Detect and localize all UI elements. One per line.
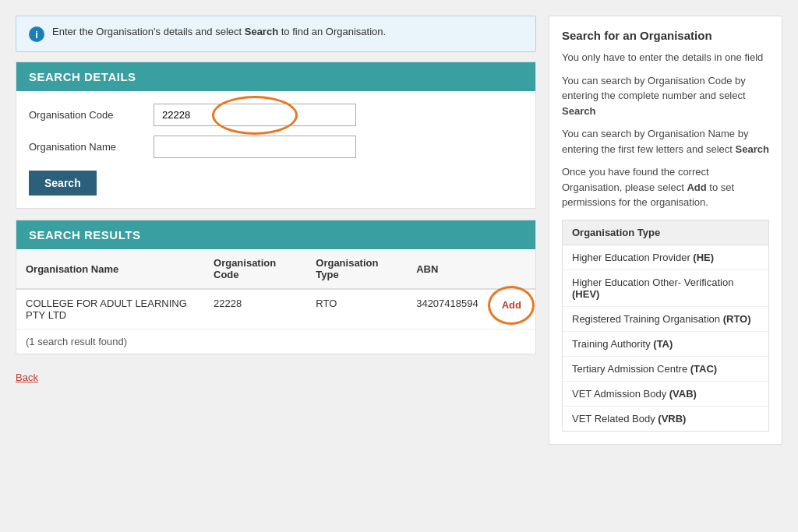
add-button[interactable]: Add <box>497 298 526 312</box>
info-banner: i Enter the Organisation's details and s… <box>16 16 536 52</box>
org-type-list: Organisation Type Higher Education Provi… <box>562 220 769 432</box>
side-panel-title: Search for an Organisation <box>562 29 769 42</box>
cell-org-type: RTO <box>306 289 407 329</box>
cell-org-name: COLLEGE FOR ADULT LEARNING PTY LTD <box>16 289 204 329</box>
search-count-text: (1 search result found) <box>16 329 535 354</box>
table-row: COLLEGE FOR ADULT LEARNING PTY LTD 22228… <box>16 289 535 329</box>
col-org-code: Organisation Code <box>204 249 306 289</box>
search-details-section: SEARCH DETAILS Organisation Code Organis… <box>16 62 536 209</box>
search-results-header: SEARCH RESULTS <box>16 220 535 249</box>
org-type-item: Tertiary Admission Centre (TAC) <box>563 357 768 382</box>
org-type-item: VET Related Body (VRB) <box>563 407 768 431</box>
info-icon: i <box>29 26 44 42</box>
add-btn-wrapper: Add <box>497 298 526 312</box>
side-para-1: You only have to enter the details in on… <box>562 50 769 65</box>
cell-add: Add <box>488 289 535 329</box>
org-name-input[interactable] <box>154 136 356 158</box>
info-banner-text: Enter the Organisation's details and sel… <box>52 26 386 37</box>
main-panel: i Enter the Organisation's details and s… <box>16 16 536 445</box>
org-type-item: Higher Education Other- Verification (HE… <box>563 270 768 307</box>
search-button[interactable]: Search <box>29 171 97 196</box>
col-abn: ABN <box>407 249 488 289</box>
results-table: Organisation Name Organisation Code Orga… <box>16 249 535 354</box>
search-count-row: (1 search result found) <box>16 329 535 354</box>
org-type-item: Higher Education Provider (HE) <box>563 245 768 270</box>
search-details-header: SEARCH DETAILS <box>16 62 535 91</box>
org-code-input[interactable] <box>154 104 356 126</box>
org-code-wrapper <box>154 104 356 126</box>
org-name-row: Organisation Name <box>29 136 523 158</box>
table-header-row: Organisation Name Organisation Code Orga… <box>16 249 535 289</box>
col-org-name: Organisation Name <box>16 249 204 289</box>
side-para-2: You can search by Organisation Code by e… <box>562 73 769 119</box>
org-type-item: Training Authority (TA) <box>563 332 768 357</box>
col-org-type: Organisation Type <box>306 249 407 289</box>
org-type-item: VET Admission Body (VAB) <box>563 382 768 407</box>
org-code-row: Organisation Code <box>29 104 523 126</box>
org-code-label: Organisation Code <box>29 109 154 121</box>
side-card: Search for an Organisation You only have… <box>549 16 782 445</box>
side-panel: Search for an Organisation You only have… <box>549 16 782 445</box>
org-type-list-header: Organisation Type <box>563 220 768 245</box>
search-results-section: SEARCH RESULTS Organisation Name Organis… <box>16 220 536 354</box>
col-action <box>488 249 535 289</box>
back-link[interactable]: Back <box>16 372 38 383</box>
org-type-item: Registered Training Organisation (RTO) <box>563 307 768 332</box>
side-para-4: Once you have found the correct Organisa… <box>562 164 769 210</box>
org-name-label: Organisation Name <box>29 141 154 153</box>
cell-org-code: 22228 <box>204 289 306 329</box>
cell-abn: 34207418594 <box>407 289 488 329</box>
side-para-3: You can search by Organisation Name by e… <box>562 126 769 157</box>
